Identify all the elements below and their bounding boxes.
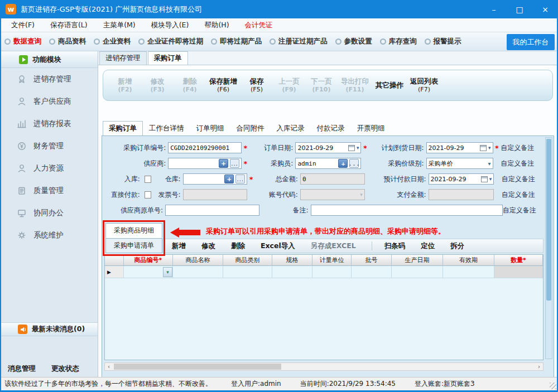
chevron-down-icon[interactable]: ▾ — [357, 145, 359, 151]
product-code-cell[interactable]: ▾ — [124, 266, 173, 278]
tab-purchase-order[interactable]: 采购订单 — [148, 51, 188, 65]
col-expiry[interactable]: 有效期 — [443, 255, 494, 266]
add-button[interactable]: 新增(F2) — [112, 77, 138, 93]
subtab-stockin-record[interactable]: 入库记录 — [271, 121, 311, 135]
scrollbar-thumb[interactable] — [546, 139, 551, 301]
grid-delete-button[interactable]: 删除 — [231, 241, 245, 251]
change-status-link[interactable]: 更改状态 — [51, 364, 79, 374]
sidebar-item-system[interactable]: 系统维护 — [0, 224, 98, 246]
toolbar-cert-expiring[interactable]: 企业证件即将过期 — [138, 37, 203, 46]
toolbar-reg-expired[interactable]: 注册证过期产品 — [270, 37, 328, 46]
export-print-button[interactable]: 导出打印(F11) — [341, 77, 369, 93]
order-no-input[interactable]: CGDD202109290001 — [168, 142, 242, 153]
pay-date-input[interactable]: 2021-09-29▾ — [429, 173, 494, 185]
toolbar-product-data[interactable]: 商品资料 — [49, 37, 86, 46]
chevron-down-icon[interactable]: ▾ — [488, 161, 491, 167]
orig-no-input[interactable] — [165, 205, 259, 216]
edit-button[interactable]: 修改(F3) — [145, 77, 170, 93]
sidebar-item-office[interactable]: 协同办公 — [0, 202, 98, 224]
delete-button[interactable]: 删除(F4) — [177, 77, 203, 93]
toolbar-product-expiring[interactable]: 即将过期产品 — [211, 37, 262, 46]
combo-dropdown-icon[interactable]: ▾ — [163, 267, 172, 277]
prev-page-button[interactable]: 上一页(F9) — [276, 77, 302, 93]
col-product-category[interactable]: 商品类别 — [223, 255, 272, 266]
grid-edit-button[interactable]: 修改 — [201, 241, 215, 251]
remark-input[interactable] — [311, 205, 503, 216]
buyer-input[interactable]: admin+... — [295, 158, 361, 169]
chevron-down-icon[interactable]: ▾ — [488, 145, 491, 151]
tab-product-detail[interactable]: 采购商品明细 — [105, 223, 162, 238]
col-production-date[interactable]: 生产日期 — [392, 255, 443, 266]
grid-excel-import-button[interactable]: Excel导入 — [261, 241, 295, 251]
chevron-down-icon[interactable]: ▾ — [489, 176, 492, 182]
sidebar-item-invoicing[interactable]: 进销存管理 — [0, 68, 98, 90]
lookup-icon[interactable]: ... — [230, 159, 239, 168]
horizontal-scrollbar[interactable]: ‹ › — [104, 362, 543, 371]
col-quantity[interactable]: 数量* — [494, 255, 543, 266]
scroll-right-arrow[interactable]: › — [535, 364, 543, 370]
maximize-button[interactable]: □ — [507, 0, 532, 18]
production-date-cell[interactable] — [392, 266, 443, 278]
menu-main[interactable]: 主菜单(M) — [95, 21, 143, 30]
toolbar-company-data[interactable]: 企业资料 — [94, 37, 131, 46]
spec-cell[interactable] — [272, 266, 312, 278]
direct-pay-checkbox[interactable] — [145, 191, 152, 199]
menu-file[interactable]: 文件(F) — [3, 21, 42, 30]
scrollbar-thumb[interactable] — [114, 364, 281, 370]
menu-module-import[interactable]: 模块导入(E) — [143, 21, 197, 30]
warehouse-input[interactable]: +... — [183, 173, 248, 185]
menu-language[interactable]: 保存语言(L) — [42, 21, 95, 30]
expiry-cell[interactable] — [443, 266, 494, 278]
menu-help[interactable]: 帮助(H) — [196, 21, 237, 30]
my-workbench-button[interactable]: 我的工作台 — [507, 34, 555, 50]
lookup-icon[interactable]: ... — [349, 159, 359, 168]
sidebar-item-customers-suppliers[interactable]: 客户供应商 — [0, 90, 98, 113]
order-date-input[interactable]: 2021-09-29▾ — [295, 142, 361, 153]
sidebar-item-reports[interactable]: 进销存报表 — [0, 113, 98, 135]
calendar-icon[interactable] — [348, 145, 355, 151]
subtab-payment-record[interactable]: 付款记录 — [311, 121, 351, 135]
price-level-select[interactable]: 采购单价▾ — [426, 158, 493, 169]
other-ops-button[interactable]: 其它操作 — [376, 81, 403, 90]
subtab-workbench-detail[interactable]: 工作台详情 — [143, 121, 190, 135]
lookup-icon[interactable]: ... — [235, 175, 245, 183]
stockin-checkbox[interactable] — [145, 176, 152, 183]
tab-invoicing-manage[interactable]: 进销存管理 — [99, 51, 147, 65]
next-page-button[interactable]: 下一页(F10) — [309, 77, 334, 93]
quantity-cell[interactable] — [494, 266, 543, 278]
product-name-cell[interactable] — [173, 266, 223, 278]
sidebar-item-hr[interactable]: 人力资源 — [0, 157, 98, 180]
toolbar-alerts[interactable]: 报警提示 — [425, 37, 461, 46]
calendar-icon[interactable] — [480, 145, 487, 151]
back-to-list-button[interactable]: 返回列表(F7) — [410, 77, 438, 93]
calendar-icon[interactable] — [481, 176, 488, 182]
subtab-invoice-detail[interactable]: 开票明细 — [351, 121, 391, 135]
sidebar-item-finance[interactable]: 财务管理 — [0, 135, 98, 157]
toolbar-settings[interactable]: 参数设置 — [335, 37, 372, 46]
message-manage-link[interactable]: 消息管理 — [8, 364, 36, 374]
toolbar-data-query[interactable]: 数据查询 — [4, 37, 41, 46]
col-product-code[interactable]: 商品编号* — [124, 255, 173, 266]
grid-split-button[interactable]: 拆分 — [450, 241, 464, 251]
subtab-contract-attachment[interactable]: 合同附件 — [230, 121, 271, 135]
col-batch-no[interactable]: 批号 — [352, 255, 392, 266]
menu-accounting-voucher[interactable]: 会计凭证 — [237, 21, 281, 30]
row-marker-cell[interactable]: ▶ — [105, 266, 124, 278]
col-unit[interactable]: 计量单位 — [312, 255, 352, 266]
sidebar-item-quality[interactable]: 质量管理 — [0, 180, 98, 202]
col-spec[interactable]: 规格 — [272, 255, 312, 266]
plan-date-input[interactable]: 2021-09-29▾ — [426, 142, 493, 153]
sidebar-header[interactable]: 功能模块 — [0, 51, 98, 68]
col-product-name[interactable]: 商品名称 — [173, 255, 223, 266]
subtab-purchase-order[interactable]: 采购订单 — [103, 121, 143, 135]
grid-save-excel-button[interactable]: 另存成EXCEL — [311, 241, 356, 251]
add-icon[interactable]: + — [224, 175, 234, 183]
minimize-button[interactable]: – — [481, 0, 507, 18]
unit-cell[interactable] — [312, 266, 352, 278]
subtab-order-detail[interactable]: 订单明细 — [190, 121, 230, 135]
save-add-button[interactable]: 保存新增(F6) — [209, 77, 237, 93]
batch-no-cell[interactable] — [352, 266, 392, 278]
add-icon[interactable]: + — [219, 159, 228, 168]
grid-locate-button[interactable]: 定位 — [421, 241, 435, 251]
grid-add-button[interactable]: 新增 — [172, 241, 186, 251]
